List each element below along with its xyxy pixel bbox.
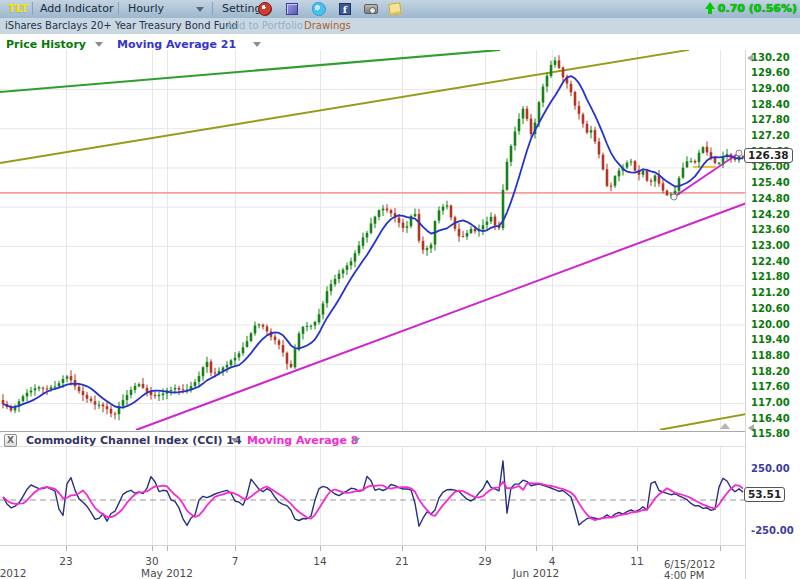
close-indicator-button[interactable]: X: [4, 434, 17, 447]
time-axis-tick: [235, 546, 236, 551]
price-axis-label: 129.00: [751, 83, 799, 94]
chevron-down-icon[interactable]: [95, 42, 103, 47]
cci-pane-header: X Commodity Channel Index (CCI) 14 Movin…: [0, 431, 745, 447]
price-pane-header: Price History Moving Average 21: [0, 38, 745, 50]
price-axis-label: 126.00: [751, 161, 799, 172]
price-axis-label: 124.80: [751, 193, 799, 204]
notes-icon[interactable]: [388, 2, 402, 16]
price-change-text: 0.70 (0.56%): [718, 2, 797, 15]
facebook-icon[interactable]: f: [339, 3, 351, 15]
trendline-handle[interactable]: [736, 150, 742, 156]
price-plot-area: [0, 50, 757, 430]
price-axis-label: 128.40: [751, 99, 799, 110]
time-axis-tick: [167, 546, 168, 551]
time-axis-day-label: 21: [395, 555, 408, 567]
upper-channel-green[interactable]: [0, 50, 500, 92]
toolbar-separator: [32, 2, 33, 15]
time-axis-tick: [637, 546, 638, 551]
price-axis-label: 117.00: [751, 397, 799, 408]
chevron-down-icon[interactable]: [352, 438, 360, 443]
trendline-handle[interactable]: [671, 194, 677, 200]
price-axis-label: 124.20: [751, 209, 799, 220]
price-axis-label: 119.40: [751, 334, 799, 345]
time-axis-month-label: Jun 2012: [513, 567, 559, 579]
alarm-icon[interactable]: [258, 2, 272, 16]
last-price-badge: 126.38: [744, 148, 793, 163]
price-axis-label: 120.60: [751, 303, 799, 314]
cci-axis-label: -250.00: [751, 525, 799, 536]
price-axis-label: 121.80: [751, 271, 799, 282]
time-axis-day-label: 11: [630, 555, 643, 567]
time-axis-month-label: May 2012: [141, 567, 193, 579]
price-axis-label: 118.20: [751, 366, 799, 377]
toolbar-separator: [212, 2, 213, 15]
time-axis-tick: [66, 546, 67, 551]
price-change-badge: 0.70 (0.56%): [705, 2, 797, 15]
price-axis-label: 127.20: [751, 130, 799, 141]
time-axis-tick: [152, 546, 153, 551]
cci-axis-label: 250.00: [751, 463, 799, 474]
time-axis-day-label: 30: [145, 555, 158, 567]
time-axis-day-label: 29: [478, 555, 491, 567]
lower-olive[interactable]: [660, 412, 757, 430]
price-axis-label: 130.20: [751, 52, 799, 63]
price-axis-label: 120.00: [751, 319, 799, 330]
time-axis-tick: [402, 546, 403, 551]
cci-indicator-dropdown[interactable]: Commodity Channel Index (CCI) 14: [26, 434, 242, 447]
chevron-down-icon[interactable]: [231, 438, 239, 443]
price-axis-label: 115.80: [751, 428, 799, 439]
fund-name-label: iShares Barclays 20+ Year Treasury Bond …: [5, 20, 238, 31]
price-axis-label: 118.80: [751, 350, 799, 361]
time-axis-day-label: 4: [549, 555, 556, 567]
symbol-subtitle-bar: iShares Barclays 20+ Year Treasury Bond …: [0, 18, 800, 34]
price-axis-label: 127.80: [751, 114, 799, 125]
price-axis-label: 123.00: [751, 240, 799, 251]
moving-average-21-line: [3, 76, 743, 407]
price-axis-label: 129.60: [751, 67, 799, 78]
time-axis-tick: [485, 546, 486, 551]
price-axis-label: 125.40: [751, 177, 799, 188]
moving-average-8-dropdown[interactable]: Moving Average 8: [247, 434, 358, 447]
cci-value-badge: 53.51: [744, 487, 785, 502]
time-axis-day-label: 14: [313, 555, 326, 567]
up-arrow-icon: [705, 2, 716, 14]
price-chart-canvas[interactable]: [0, 50, 800, 430]
add-to-portfolio-link[interactable]: Add to Portfolio: [226, 20, 303, 31]
symbol-label[interactable]: TLT: [8, 2, 28, 15]
cci-plot-area: [0, 447, 745, 545]
time-axis-tick: [720, 546, 721, 551]
price-axis-label: 123.60: [751, 224, 799, 235]
time-axis: 233071421294112012May 2012Jun 20126/15/2…: [0, 545, 745, 579]
rising-support-magenta[interactable]: [136, 200, 755, 430]
cci-moving-average-8-line: [3, 482, 743, 521]
time-axis-tick: [552, 546, 553, 551]
drawings-menu[interactable]: Drawings: [304, 20, 351, 31]
mid-channel-olive[interactable]: [0, 50, 689, 163]
add-indicator-button[interactable]: Add Indicator: [40, 2, 113, 15]
charting-app-window: TLT Add Indicator Hourly Settings f 0.70…: [0, 0, 800, 579]
timeframe-dropdown[interactable]: Hourly: [128, 2, 164, 15]
time-axis-tick: [320, 546, 321, 551]
twitter-icon[interactable]: [312, 2, 326, 16]
price-axis-label: 117.60: [751, 381, 799, 392]
time-axis-day-label: 23: [59, 555, 72, 567]
time-axis-day-label: 7: [232, 555, 239, 567]
main-toolbar: TLT Add Indicator Hourly Settings f 0.70…: [0, 0, 800, 18]
price-axis-label: 121.20: [751, 287, 799, 298]
time-axis-tick: [536, 546, 537, 551]
time-axis-month-label: 2012: [0, 567, 26, 579]
last-bar-datetime-label: 6/15/2012 4:00 PM: [664, 559, 718, 579]
chevron-down-icon[interactable]: [253, 42, 261, 47]
toolbar-separator: [118, 2, 119, 15]
price-axis-label: 116.40: [751, 413, 799, 424]
price-axis-label: 122.40: [751, 256, 799, 267]
chevron-down-icon[interactable]: [196, 7, 204, 12]
pane-resize-handle[interactable]: [720, 423, 730, 429]
cube-icon[interactable]: [286, 3, 298, 15]
cci-chart-canvas[interactable]: [0, 447, 800, 545]
camera-icon[interactable]: [364, 4, 378, 14]
